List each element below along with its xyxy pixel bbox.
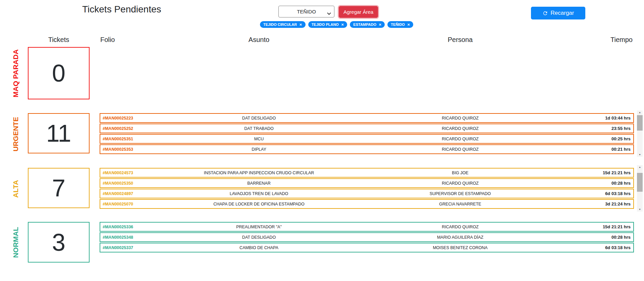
ticket-folio[interactable]: #MAN00024573: [100, 171, 175, 175]
ticket-asunto: LAVAOJOS TREN DE LAVADO: [175, 191, 343, 196]
section-normal: NORMAL 3 #MAN00025336 PREALIMENTADOR "A"…: [0, 222, 644, 263]
column-header-folio: Folio: [100, 36, 115, 44]
section-alta: ALTA 7 #MAN00024573 INSTACION PARA APP I…: [0, 168, 644, 210]
refresh-icon: [542, 10, 548, 16]
ticket-row[interactable]: #MAN00025351 MCU RICARDO QUIROZ 00:25 hr…: [100, 134, 634, 144]
ticket-persona: RICARDO QUIROZ: [343, 116, 578, 121]
scrollbar-track[interactable]: [637, 114, 643, 153]
count-box-urgente: 11: [28, 113, 90, 153]
ticket-tiempo: 15d 21:21 hrs: [578, 224, 633, 229]
section-urgente: URGENTE 11 #MAN00025223 DAT DESLIGADO RI…: [0, 113, 644, 155]
ticket-row[interactable]: #MAN00025348 DAT DESLIGADO MARIO AGUILER…: [100, 232, 634, 242]
ticket-row[interactable]: #MAN00025252 DAT TRABADO RICARDO QUIROZ …: [100, 124, 634, 133]
ticket-asunto: BARRENAR: [175, 181, 343, 186]
reload-button[interactable]: Recargar: [531, 7, 585, 19]
ticket-persona: SUPERVISOR DE ESTAMPADO: [343, 191, 578, 196]
ticket-row[interactable]: #MAN00025353 DIPLAY RICARDO QUIROZ 00:21…: [100, 144, 634, 154]
ticket-row[interactable]: #MAN00025350 BARRENAR RICARDO QUIROZ 00:…: [100, 178, 634, 188]
ticket-persona: MARIO AGUILERA DÍAZ: [343, 235, 578, 240]
ticket-list-normal: #MAN00025336 PREALIMENTADOR "A" RICARDO …: [100, 222, 634, 253]
count-box-alta: 7: [28, 168, 90, 208]
ticket-folio[interactable]: #MAN00025350: [100, 181, 175, 186]
ticket-list-alta: #MAN00024573 INSTACION PARA APP INSPECCI…: [100, 168, 634, 209]
area-tag-label: TEJIDO PLANO: [312, 22, 339, 27]
ticket-persona: RICARDO QUIROZ: [343, 137, 578, 141]
ticket-tiempo: 1d 03:44 hrs: [578, 115, 633, 121]
ticket-tiempo: 6d 03:18 hrs: [578, 245, 633, 250]
ticket-tiempo: 3d 21:24 hrs: [578, 201, 633, 206]
area-tag-label: ESTAMPADO: [353, 22, 376, 27]
column-header-tickets: Tickets: [28, 36, 90, 44]
section-label-alta: ALTA: [10, 168, 21, 210]
ticket-row[interactable]: #MAN00024897 LAVAOJOS TREN DE LAVADO SUP…: [100, 189, 634, 198]
scroll-up-icon[interactable]: ▲: [637, 165, 643, 169]
ticket-folio[interactable]: #MAN00025252: [100, 126, 175, 131]
area-tag-label: TEJIDO CIRCULAR: [263, 22, 297, 27]
ticket-list-urgente: #MAN00025223 DAT DESLIGADO RICARDO QUIRO…: [100, 113, 634, 155]
scrollbar[interactable]: ▲ ▼: [637, 165, 643, 212]
ticket-folio[interactable]: #MAN00025223: [100, 116, 175, 121]
area-tag-tejido-circular: TEJIDO CIRCULAR ✕: [260, 21, 306, 28]
scrollbar-track[interactable]: [637, 169, 643, 207]
ticket-tiempo: 23:55 hrs: [578, 126, 633, 131]
ticket-persona: RICARDO QUIROZ: [343, 126, 578, 131]
ticket-row[interactable]: #MAN00025336 PREALIMENTADOR "A" RICARDO …: [100, 222, 634, 232]
ticket-folio[interactable]: #MAN00024897: [100, 191, 175, 196]
area-tags: TEJIDO CIRCULAR ✕ TEJIDO PLANO ✕ ESTAMPA…: [260, 21, 413, 28]
section-maq-parada: MAQ PARADA 0: [0, 47, 644, 99]
ticket-asunto: DIPLAY: [175, 147, 343, 152]
chevron-down-icon: [327, 10, 331, 16]
column-headers: Tickets Folio Asunto Persona Tiempo: [0, 36, 644, 45]
remove-tag-icon[interactable]: ✕: [341, 23, 344, 27]
ticket-asunto: INSTACION PARA APP INSPECCION CRUDO CIRC…: [175, 171, 343, 175]
ticket-asunto: DAT DESLIGADO: [175, 116, 343, 121]
ticket-persona: MOISES BENITEZ CORONA: [343, 245, 578, 250]
reload-button-label: Recargar: [551, 10, 574, 16]
ticket-persona: RICARDO QUIROZ: [343, 147, 578, 152]
scroll-down-icon[interactable]: ▼: [637, 207, 643, 212]
ticket-folio[interactable]: #MAN00025337: [100, 245, 175, 250]
ticket-persona: RICARDO QUIROZ: [343, 181, 578, 186]
page-title: Tickets Pendientes: [82, 4, 161, 15]
area-select[interactable]: TEÑIDO: [278, 6, 334, 17]
ticket-asunto: DAT DESLIGADO: [175, 235, 343, 240]
area-tag-tejido-plano: TEJIDO PLANO ✕: [308, 21, 347, 28]
ticket-asunto: CAMBIO DE CHAPA: [175, 245, 343, 250]
scroll-down-icon[interactable]: ▼: [637, 153, 643, 157]
ticket-row[interactable]: #MAN00025070 CHAPA DE LOCKER DE OFICINA …: [100, 199, 634, 209]
ticket-tiempo: 00:28 hrs: [578, 235, 633, 240]
ticket-folio[interactable]: #MAN00025070: [100, 202, 175, 206]
area-tag-estampado: ESTAMPADO ✕: [350, 21, 385, 28]
ticket-persona: BIG JOE: [343, 171, 578, 175]
ticket-persona: GRECIA NAVARRETE: [343, 202, 578, 206]
remove-tag-icon[interactable]: ✕: [379, 23, 381, 27]
section-label-urgente: URGENTE: [10, 113, 21, 155]
add-area-button[interactable]: Agregar Área: [339, 6, 378, 18]
tickets-pendientes-page: Tickets Pendientes TEÑIDO Agregar Área R…: [0, 0, 644, 281]
column-header-tiempo: Tiempo: [610, 36, 633, 44]
ticket-folio[interactable]: #MAN00025336: [100, 225, 175, 229]
remove-tag-icon[interactable]: ✕: [299, 23, 302, 27]
count-urgente: 11: [46, 120, 71, 147]
ticket-tiempo: 00:25 hrs: [578, 136, 633, 141]
count-alta: 7: [52, 174, 65, 202]
section-label-normal: NORMAL: [10, 222, 21, 263]
section-label-maq-parada: MAQ PARADA: [10, 47, 21, 99]
scroll-up-icon[interactable]: ▲: [637, 110, 643, 114]
remove-tag-icon[interactable]: ✕: [407, 23, 410, 27]
ticket-folio[interactable]: #MAN00025353: [100, 147, 175, 152]
ticket-folio[interactable]: #MAN00025348: [100, 235, 175, 240]
ticket-folio[interactable]: #MAN00025351: [100, 137, 175, 141]
scrollbar-thumb[interactable]: [637, 115, 643, 131]
scrollbar-thumb[interactable]: [637, 173, 643, 192]
area-tag-tenido: TEÑIDO ✕: [387, 21, 413, 28]
ticket-row[interactable]: #MAN00024573 INSTACION PARA APP INSPECCI…: [100, 168, 634, 178]
ticket-asunto: DAT TRABADO: [175, 126, 343, 131]
scrollbar[interactable]: ▲ ▼: [637, 110, 643, 157]
ticket-asunto: CHAPA DE LOCKER DE OFICINA ESTAMPADO: [175, 202, 343, 206]
ticket-row[interactable]: #MAN00025223 DAT DESLIGADO RICARDO QUIRO…: [100, 113, 634, 123]
ticket-row[interactable]: #MAN00025337 CAMBIO DE CHAPA MOISES BENI…: [100, 243, 634, 252]
ticket-tiempo: 15d 21:21 hrs: [578, 170, 633, 175]
area-select-value: TEÑIDO: [297, 9, 316, 14]
ticket-asunto: MCU: [175, 137, 343, 141]
